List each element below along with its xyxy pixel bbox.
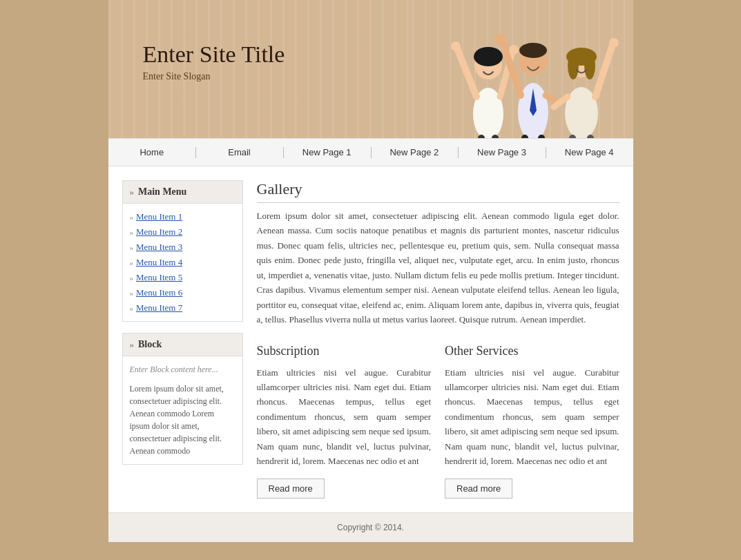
gallery-section: Gallery Lorem ipsum dolor sit amet, cons… (257, 180, 619, 327)
other-services-text: Etiam ultricies nisi vel augue. Curabitu… (445, 365, 619, 469)
content-area: » Main Menu » Menu Item 1 » Menu Item 2 … (108, 166, 633, 512)
nav-item-email[interactable]: Email (195, 139, 283, 166)
nav-link-page1[interactable]: New Page 1 (283, 139, 371, 166)
sidebar-menu-link-6[interactable]: Menu Item 6 (136, 287, 182, 298)
sidebar-menu-link-2[interactable]: Menu Item 2 (136, 226, 182, 238)
subscription-col: Subscription Etiam ultricies nisi vel au… (257, 344, 432, 499)
bullet-icon-2: » (130, 228, 134, 236)
svg-rect-13 (561, 0, 563, 138)
svg-rect-1 (412, 0, 414, 138)
sidebar-menu-item-5[interactable]: » Menu Item 5 (123, 270, 242, 285)
svg-rect-3 (437, 0, 439, 138)
sidebar-menu-list: » Menu Item 1 » Menu Item 2 » Menu Item … (123, 204, 242, 321)
svg-point-40 (568, 52, 579, 79)
main-content: Gallery Lorem ipsum dolor sit amet, cons… (257, 180, 619, 499)
sidebar-block-box: » Block Enter Block content here... Lore… (122, 333, 243, 465)
svg-rect-12 (549, 0, 550, 138)
header-image (412, 0, 633, 138)
sidebar-main-menu-box: » Main Menu » Menu Item 1 » Menu Item 2 … (122, 180, 243, 322)
sidebar-menu-link-1[interactable]: Menu Item 1 (136, 211, 182, 222)
block-lorem-text: Lorem ipsum dolor sit amet, consectetuer… (130, 383, 235, 457)
svg-rect-18 (624, 0, 625, 138)
header-text: Enter Site Title Enter Site Slogan (143, 41, 285, 82)
sidebar-menu-item-6[interactable]: » Menu Item 6 (123, 285, 242, 300)
nav-item-page1[interactable]: New Page 1 (283, 139, 371, 166)
other-services-col: Other Services Etiam ultricies nisi vel … (445, 344, 619, 499)
bullet-icon-6: » (130, 289, 134, 297)
copyright-text: Copyright © 2014. (337, 523, 404, 532)
bullet-icon-1: » (130, 213, 134, 221)
nav-item-page4[interactable]: New Page 4 (546, 139, 633, 166)
svg-point-41 (584, 52, 595, 79)
svg-rect-2 (425, 0, 426, 138)
header-people-svg (412, 0, 633, 138)
sidebar-menu-link-7[interactable]: Menu Item 7 (136, 302, 182, 313)
block-content: Enter Block content here... Lorem ipsum … (123, 356, 242, 464)
sidebar-menu-link-4[interactable]: Menu Item 4 (136, 257, 182, 268)
block-enter-text: Enter Block content here... (130, 363, 235, 376)
bullet-icon-4: » (130, 258, 134, 267)
svg-rect-17 (611, 0, 613, 138)
site-footer: Copyright © 2014. (108, 512, 633, 542)
svg-rect-4 (450, 0, 451, 138)
svg-point-31 (519, 43, 547, 58)
svg-point-44 (609, 38, 619, 48)
subscription-text: Etiam ultricies nisi vel augue. Curabitu… (257, 365, 432, 469)
nav-item-page3[interactable]: New Page 3 (458, 139, 546, 166)
bullet-icon-7: » (130, 304, 134, 312)
bullet-icon-5: » (130, 273, 134, 282)
nav-link-page4[interactable]: New Page 4 (546, 139, 633, 166)
sidebar-main-menu-title: » Main Menu (123, 181, 242, 204)
svg-point-34 (495, 34, 506, 45)
other-services-title: Other Services (445, 344, 619, 358)
site-header: Enter Site Title Enter Site Slogan (108, 0, 633, 138)
sidebar-menu-item-1[interactable]: » Menu Item 1 (123, 209, 242, 224)
subscription-title: Subscription (257, 344, 432, 358)
site-title: Enter Site Title (143, 41, 285, 68)
nav-link-page2[interactable]: New Page 2 (371, 139, 459, 166)
svg-point-21 (474, 47, 503, 66)
two-col-section: Subscription Etiam ultricies nisi vel au… (257, 344, 619, 499)
chevron-double-right-icon-2: » (130, 339, 135, 350)
sidebar: » Main Menu » Menu Item 1 » Menu Item 2 … (122, 180, 243, 499)
outer-wrapper: Enter Site Title Enter Site Slogan (108, 0, 633, 542)
svg-rect-16 (599, 0, 600, 138)
main-nav: Home Email New Page 1 New Page 2 New Pag… (108, 138, 633, 166)
sidebar-menu-link-5[interactable]: Menu Item 5 (136, 272, 182, 283)
sidebar-menu-link-3[interactable]: Menu Item 3 (136, 242, 182, 253)
svg-point-26 (451, 41, 461, 51)
chevron-double-right-icon: » (130, 186, 135, 197)
bullet-icon-3: » (130, 243, 134, 251)
gallery-text: Lorem ipsum dolor sit amet, consectetuer… (257, 209, 619, 327)
nav-link-email[interactable]: Email (195, 139, 283, 166)
other-services-read-more-button[interactable]: Read more (445, 479, 512, 499)
subscription-read-more-button[interactable]: Read more (257, 479, 325, 499)
sidebar-block-title: » Block (123, 334, 242, 356)
nav-item-home[interactable]: Home (108, 139, 196, 166)
sidebar-menu-item-4[interactable]: » Menu Item 4 (123, 255, 242, 270)
sidebar-menu-item-3[interactable]: » Menu Item 3 (123, 240, 242, 255)
nav-item-page2[interactable]: New Page 2 (371, 139, 459, 166)
sidebar-menu-item-7[interactable]: » Menu Item 7 (123, 300, 242, 316)
gallery-title: Gallery (257, 180, 619, 203)
nav-link-home[interactable]: Home (108, 139, 196, 166)
sidebar-menu-item-2[interactable]: » Menu Item 2 (123, 224, 242, 240)
svg-point-27 (509, 45, 519, 55)
site-slogan: Enter Site Slogan (143, 71, 285, 82)
nav-link-page3[interactable]: New Page 3 (458, 139, 546, 166)
